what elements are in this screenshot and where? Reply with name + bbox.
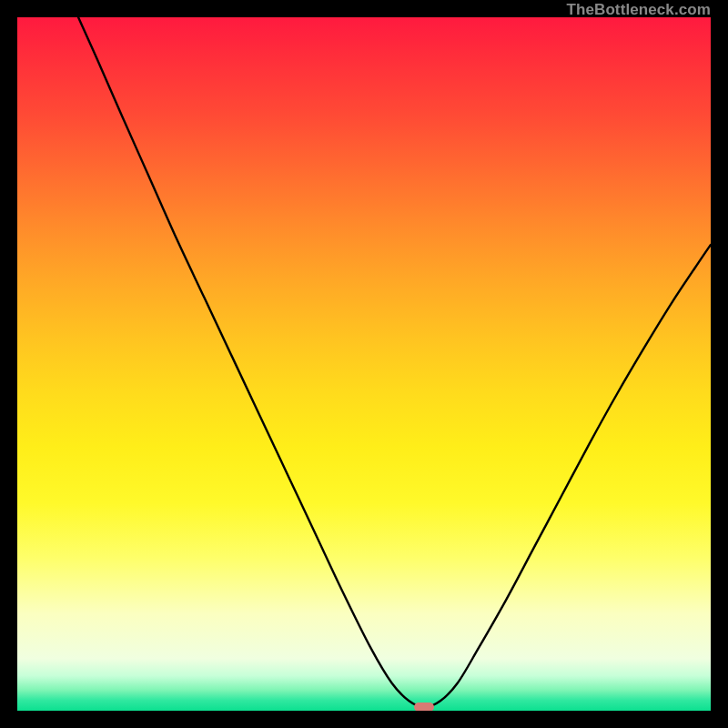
plot-area: [17, 17, 711, 711]
watermark-text: TheBottleneck.com: [566, 1, 711, 19]
minimum-marker: [414, 703, 434, 711]
curve-layer: [17, 17, 711, 711]
bottleneck-chart: TheBottleneck.com: [0, 0, 728, 728]
bottleneck-curve-path: [78, 17, 711, 707]
